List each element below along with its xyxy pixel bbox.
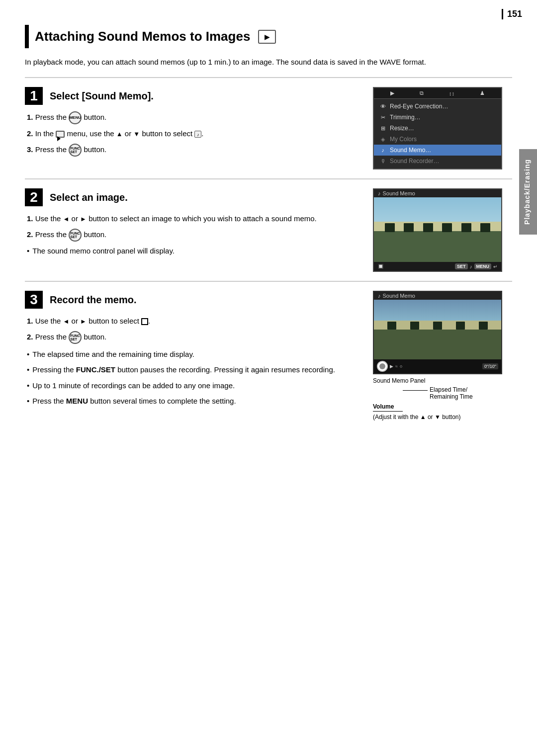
bullet-oneminute: • Up to 1 minute of recordings can be ad… [27,379,363,392]
step-3-screenshot: ♪ Sound Memo [373,291,512,423]
record-icon-inline [141,318,148,325]
set-menu-controls: SET ♪ MENU ↵ [455,263,497,269]
step-3-instruction-1: 1. Use the ◄ or ► button to select . [27,315,363,328]
step-2-body: 1. Use the ◄ or ► button to select an im… [25,212,363,257]
step-1-body: 1. Press the MENU button. 2. In the menu… [25,111,363,157]
chair1 [385,223,395,232]
chair5 [461,223,471,232]
trim-icon: ✂ [379,114,387,121]
step-1-content: 1 Select [Sound Memo]. 1. Press the MENU… [25,87,373,169]
set-btn: SET [455,263,468,269]
func-set-button-icon-3: FUNCSET [69,331,82,344]
step-1-header: 1 Select [Sound Memo]. [25,87,363,105]
colors-icon: ◈ [379,136,387,143]
chair3 [423,223,433,232]
corner-indicator: 🔲 [378,264,383,269]
step-2-content: 2 Select an image. 1. Use the ◄ or ► but… [25,188,373,272]
beach-image-screenshot: ♪ Sound Memo [373,188,502,272]
step-1-number: 1 [25,87,43,105]
playback-menu-icon [56,131,65,138]
remaining-label: Remaining Time [430,393,473,400]
step-1-instruction-2: 2. In the menu, use the ▲ or ▼ button to… [27,127,363,140]
step3-annotations: Sound Memo Panel Elapsed Time/ Remaining… [373,374,512,423]
control-bar: ▶ ≈ ○ 0"/10" [374,359,501,373]
step-2-title: Select an image. [50,192,128,203]
sound-memo-label-bar: ♪ Sound Memo [374,189,501,197]
chair4 [442,223,452,232]
sound-memo-panel-label: Sound Memo Panel [373,377,425,384]
menu-item-soundmemo[interactable]: ♪ Sound Memo… [374,145,501,156]
s3chair2 [410,322,419,330]
menu-button-icon: MENU [69,111,82,124]
step-1-instruction-1: 1. Press the MENU button. [27,111,363,124]
step-1-instruction-3: 3. Press the FUNCSET button. [27,143,363,157]
step-3-title: Record the memo. [50,294,136,306]
volume-label: Volume [373,403,512,410]
step-3-number: 3 [25,291,43,309]
chair6 [480,223,490,232]
step3-chairs [380,322,495,330]
step-2-screenshot: ♪ Sound Memo [373,188,512,272]
bullet-funcset: • Pressing the FUNC./SET button pauses t… [27,363,363,376]
chairs-row1 [380,223,495,232]
step-2-instruction-1: 1. Use the ◄ or ► button to select an im… [27,212,363,225]
time-display: 0"/10" [482,363,498,369]
step-1-screenshot: ▶ ⧉ ↕↕ ♟ 👁 Red-Eye Correction… ✂ Trimmin… [373,87,512,169]
menu-item-redeye: 👁 Red-Eye Correction… [374,101,501,112]
step-1-title: Select [Sound Memo]. [50,90,154,102]
playback-arrow [57,136,61,141]
step-3-header: 3 Record the memo. [25,291,363,309]
step3-veg [374,330,501,359]
func-set-button-icon-1: FUNCSET [69,144,82,157]
soundmemo-icon: ♪ [379,147,387,153]
page-title: Attaching Sound Memos to Images [35,29,250,44]
step-3-section: 3 Record the memo. 1. Use the ◄ or ► but… [25,281,512,432]
step-3-bullets: • The elapsed time and the remaining tim… [27,348,363,408]
menu-item-mycolors: ◈ My Colors [374,134,501,145]
step3-beach-image [374,300,501,359]
s3chair4 [456,322,465,330]
chair2 [404,223,414,232]
volume-line [373,411,403,412]
sidebar-tab: Playback/Erasing [519,149,537,235]
playback-small-icon: ▶ [390,364,393,369]
step3-image-panel: ♪ Sound Memo [373,291,502,374]
step-3-body: 1. Use the ◄ or ► button to select . 2. … [25,315,363,408]
image-bottom-bar: 🔲 SET ♪ MENU ↵ [374,262,501,271]
redeye-icon: 👁 [379,103,387,109]
beach-image [374,197,501,262]
annotation-panel: Sound Memo Panel [373,377,512,384]
menu-btn: MENU [474,263,492,269]
record-circle-btn[interactable] [377,361,388,372]
vegetation-bg [374,231,501,262]
menu-item-resize: ⊞ Resize… [374,123,501,134]
step-3-instruction-2: 2. Press the FUNCSET button. [27,331,363,344]
func-set-button-icon-2: FUNCSET [69,229,82,242]
bullet-elapsed: • The elapsed time and the remaining tim… [27,348,363,361]
sound-memo-label-2: Sound Memo [383,190,415,196]
intro-text: In playback mode, you can attach sound m… [25,56,512,68]
playback-mode-icon: ▶ [258,30,276,44]
volume-note: (Adjust it with the ▲ or ▼ button) [373,414,512,420]
sound-memo-select-icon: ♪ [194,131,201,138]
step-2-section: 2 Select an image. 1. Use the ◄ or ► but… [25,178,512,281]
elapsed-line [403,390,428,391]
annotation-elapsed: Elapsed Time/ Remaining Time [403,386,512,400]
page-title-block: Attaching Sound Memos to Images ▶ [25,25,512,48]
annotation-volume: Volume (Adjust it with the ▲ or ▼ button… [373,403,512,420]
elapsed-label: Elapsed Time/ [430,386,473,393]
page-number: 151 [502,9,522,19]
step3-sky [374,300,501,324]
menu-top-bar: ▶ ⧉ ↕↕ ♟ [374,88,501,99]
step-2-instruction-2: 2. Press the FUNCSET button. [27,228,363,242]
sound-memo-label-bar-3: ♪ Sound Memo [374,292,501,300]
menu-item-trimming: ✂ Trimming… [374,112,501,123]
record-inner-dot [379,363,385,369]
sound-wave-icon: ≈ [395,364,398,369]
s3chair3 [433,322,442,330]
step-3-content: 3 Record the memo. 1. Use the ◄ or ► but… [25,291,373,423]
step-2-number: 2 [25,188,43,206]
step-1-section: 1 Select [Sound Memo]. 1. Press the MENU… [25,77,512,178]
bullet-menu: • Press the MENU button several times to… [27,395,363,408]
s3chair5 [479,322,488,330]
